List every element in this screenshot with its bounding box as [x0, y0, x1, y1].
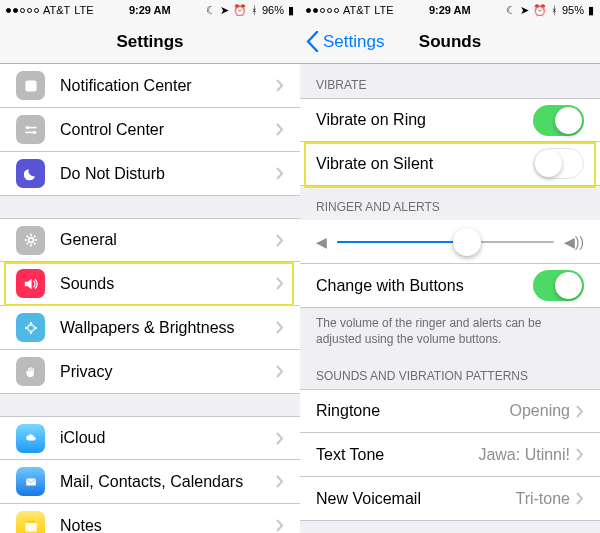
- volume-slider[interactable]: [337, 241, 554, 243]
- clock-label: 9:29 AM: [429, 4, 471, 16]
- row-label: Notes: [60, 517, 276, 534]
- envelope-icon: [16, 467, 45, 496]
- notification-center-icon: [16, 71, 45, 100]
- chevron-right-icon: [276, 79, 284, 92]
- battery-icon: ▮: [288, 4, 294, 17]
- chevron-right-icon: [276, 519, 284, 532]
- svg-point-8: [34, 326, 36, 328]
- location-arrow-icon: ➤: [520, 4, 529, 17]
- row-label: Vibrate on Silent: [316, 155, 533, 173]
- section-vibrate: VIBRATE: [300, 64, 600, 98]
- chevron-right-icon: [576, 448, 584, 461]
- row-sounds[interactable]: Sounds: [0, 262, 300, 306]
- chevron-right-icon: [276, 321, 284, 334]
- toggle-change-buttons[interactable]: [533, 270, 584, 301]
- row-wallpapers[interactable]: Wallpapers & Brightness: [0, 306, 300, 350]
- back-button[interactable]: Settings: [306, 31, 384, 52]
- row-notes[interactable]: Notes: [0, 504, 300, 533]
- row-do-not-disturb[interactable]: Do Not Disturb: [0, 152, 300, 196]
- row-privacy[interactable]: Privacy: [0, 350, 300, 394]
- row-mail[interactable]: Mail, Contacts, Calendars: [0, 460, 300, 504]
- bluetooth-icon: ᚼ: [251, 4, 258, 16]
- toggle-vibrate-silent[interactable]: [533, 148, 584, 179]
- network-label: LTE: [374, 4, 393, 16]
- row-value: Jawa: Utinni!: [478, 446, 570, 464]
- svg-point-10: [29, 331, 31, 333]
- moon-icon: [16, 159, 45, 188]
- svg-point-6: [27, 324, 33, 330]
- row-label: Text Tone: [316, 446, 478, 464]
- carrier-label: AT&T: [43, 4, 70, 16]
- hand-icon: [16, 357, 45, 386]
- sounds-screen: AT&T LTE 9:29 AM ☾ ➤ ⏰ ᚼ 95% ▮ Settings …: [300, 0, 600, 533]
- clock-label: 9:29 AM: [129, 4, 171, 16]
- dnd-moon-icon: ☾: [206, 4, 216, 17]
- svg-rect-3: [25, 126, 36, 128]
- svg-point-5: [28, 238, 33, 243]
- back-label: Settings: [323, 32, 384, 52]
- chevron-right-icon: [276, 277, 284, 290]
- section-patterns: SOUNDS AND VIBRATION PATTERNS: [300, 355, 600, 389]
- row-vibrate-silent[interactable]: Vibrate on Silent: [300, 142, 600, 186]
- row-volume-slider[interactable]: ◀ ◀)): [300, 220, 600, 264]
- row-label: Vibrate on Ring: [316, 111, 533, 129]
- row-new-voicemail[interactable]: New Voicemail Tri-tone: [300, 477, 600, 521]
- row-text-tone[interactable]: Text Tone Jawa: Utinni!: [300, 433, 600, 477]
- battery-pct: 95%: [562, 4, 584, 16]
- svg-rect-11: [26, 478, 36, 485]
- alarm-clock-icon: ⏰: [233, 4, 247, 17]
- row-control-center[interactable]: Control Center: [0, 108, 300, 152]
- settings-screen: AT&T LTE 9:29 AM ☾ ➤ ⏰ ᚼ 96% ▮ Settings …: [0, 0, 300, 533]
- row-label: Wallpapers & Brightness: [60, 319, 276, 337]
- speaker-icon: [16, 269, 45, 298]
- settings-list[interactable]: Notification Center Control Center Do No…: [0, 64, 300, 533]
- notes-icon: [16, 511, 45, 533]
- alarm-clock-icon: ⏰: [533, 4, 547, 17]
- volume-low-icon: ◀: [316, 234, 327, 250]
- svg-point-7: [29, 322, 31, 324]
- ringer-footer: The volume of the ringer and alerts can …: [300, 308, 600, 355]
- volume-high-icon: ◀)): [564, 234, 584, 250]
- chevron-right-icon: [276, 432, 284, 445]
- row-label: New Voicemail: [316, 490, 515, 508]
- row-notification-center[interactable]: Notification Center: [0, 64, 300, 108]
- row-change-buttons[interactable]: Change with Buttons: [300, 264, 600, 308]
- toggle-vibrate-ring[interactable]: [533, 105, 584, 136]
- row-value: Opening: [510, 402, 571, 420]
- svg-point-9: [25, 326, 27, 328]
- chevron-right-icon: [276, 475, 284, 488]
- battery-icon: ▮: [588, 4, 594, 17]
- sounds-list[interactable]: VIBRATE Vibrate on Ring Vibrate on Silen…: [300, 64, 600, 533]
- row-label: Control Center: [60, 121, 276, 139]
- chevron-right-icon: [576, 405, 584, 418]
- chevron-right-icon: [276, 167, 284, 180]
- svg-rect-4: [25, 131, 36, 133]
- dnd-moon-icon: ☾: [506, 4, 516, 17]
- row-vibrate-ring[interactable]: Vibrate on Ring: [300, 98, 600, 142]
- nav-bar: Settings: [0, 20, 300, 64]
- chevron-right-icon: [276, 234, 284, 247]
- row-label: General: [60, 231, 276, 249]
- status-bar: AT&T LTE 9:29 AM ☾ ➤ ⏰ ᚼ 95% ▮: [300, 0, 600, 20]
- row-value: Tri-tone: [515, 490, 570, 508]
- row-ringtone[interactable]: Ringtone Opening: [300, 389, 600, 433]
- carrier-label: AT&T: [343, 4, 370, 16]
- location-arrow-icon: ➤: [220, 4, 229, 17]
- wallpaper-icon: [16, 313, 45, 342]
- row-icloud[interactable]: iCloud: [0, 416, 300, 460]
- row-label: Notification Center: [60, 77, 276, 95]
- status-bar: AT&T LTE 9:29 AM ☾ ➤ ⏰ ᚼ 96% ▮: [0, 0, 300, 20]
- chevron-right-icon: [276, 365, 284, 378]
- page-title: Settings: [116, 32, 183, 52]
- chevron-right-icon: [576, 492, 584, 505]
- row-label: Mail, Contacts, Calendars: [60, 473, 276, 491]
- network-label: LTE: [74, 4, 93, 16]
- nav-bar: Settings Sounds: [300, 20, 600, 64]
- row-label: Privacy: [60, 363, 276, 381]
- gear-icon: [16, 226, 45, 255]
- cloud-icon: [16, 424, 45, 453]
- battery-pct: 96%: [262, 4, 284, 16]
- row-label: Sounds: [60, 275, 276, 293]
- row-label: Do Not Disturb: [60, 165, 276, 183]
- row-general[interactable]: General: [0, 218, 300, 262]
